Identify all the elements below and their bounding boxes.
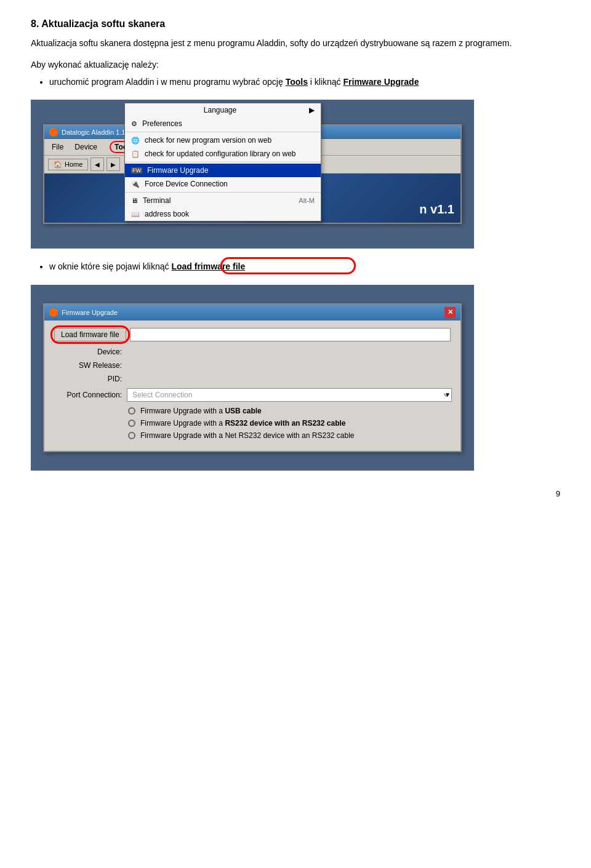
dropdown-preferences[interactable]: ⚙ Preferences: [125, 117, 321, 130]
terminal-icon: 🖥: [131, 197, 138, 204]
firmware-icon: FW: [131, 167, 142, 173]
version-text: n v1.1: [419, 202, 454, 217]
aladdin-content-area: D n v1.1 Language ▶ ⚙ Preferences 🌐 chec…: [44, 173, 460, 223]
config-icon: 📋: [131, 150, 140, 158]
arrow-icon: ▶: [309, 106, 315, 114]
dropdown-address-book[interactable]: 📖 address book: [125, 207, 321, 221]
dropdown-label: Preferences: [142, 119, 182, 128]
instructions-list: uruchomić program Aladdin i w menu progr…: [49, 75, 560, 89]
radio-usb-dot[interactable]: [128, 407, 135, 415]
tools-dropdown: Language ▶ ⚙ Preferences 🌐 check for new…: [124, 103, 321, 221]
separator-1: [125, 132, 321, 132]
home-button[interactable]: 🏠 Home: [48, 159, 88, 170]
dropdown-firmware-upgrade[interactable]: FW Firmware Upgrade: [125, 164, 321, 177]
firmware-upgrade-label: Frimware Upgrade: [344, 77, 419, 87]
toolbar-btn-2[interactable]: ▶: [107, 157, 120, 171]
book-icon: 📖: [131, 210, 140, 218]
dropdown-check-version[interactable]: 🌐 check for new program version on web: [125, 133, 321, 147]
dropdown-label: Force Device Connection: [145, 180, 228, 188]
fw-body: Load firmware file Device: SW Release: P…: [44, 321, 460, 451]
radio-usb-text: Firmware Upgrade with a USB cable: [140, 407, 262, 415]
instruction-text: Aby wykonać aktualizację należy:: [31, 58, 560, 71]
fw-device-row: Device:: [54, 348, 451, 356]
toolbar-btn-1[interactable]: ◀: [90, 157, 104, 171]
fw-load-row: Load firmware file: [54, 328, 451, 341]
dropdown-force-device[interactable]: 🔌 Force Device Connection: [125, 177, 321, 191]
dropdown-label: Language: [204, 106, 236, 114]
menu-device[interactable]: Device: [70, 141, 102, 153]
device-label: Device:: [54, 348, 122, 356]
home-label: Home: [65, 161, 82, 168]
fw-radio-usb: Firmware Upgrade with a USB cable: [54, 407, 451, 415]
aladdin-screenshot: Datalogic Aladdin 1.11.0.0 [build:151009…: [31, 100, 474, 249]
fw-port-row: Port Connection: Select Connection ▼: [54, 388, 451, 402]
fw-titlebar: Firmware Upgrade ✕: [44, 305, 460, 321]
terminal-shortcut: Alt-M: [299, 197, 315, 204]
radio-rs232-dot[interactable]: [128, 420, 135, 427]
home-icon: 🏠: [54, 161, 62, 169]
fw-close-button[interactable]: ✕: [444, 307, 456, 318]
fw-window-title: Firmware Upgrade: [62, 309, 118, 316]
bullet1-prefix: uruchomić program Aladdin i w menu progr…: [49, 77, 286, 87]
dropdown-label: Terminal: [143, 196, 171, 205]
dropdown-check-config[interactable]: 📋 check for updated configuration librar…: [125, 147, 321, 161]
load-firmware-button[interactable]: Load firmware file: [54, 328, 126, 341]
fw-radio-net-rs232: Firmware Upgrade with a Net RS232 device…: [54, 431, 451, 440]
pid-label: PID:: [54, 375, 122, 383]
dropdown-language[interactable]: Language ▶: [125, 103, 321, 117]
load-button-wrapper: Load firmware file: [54, 328, 126, 341]
bullet2-prefix: w oknie które się pojawi kliknąć: [49, 261, 171, 271]
dropdown-label: check for updated configuration library …: [145, 149, 296, 158]
fw-window-icon: [49, 308, 58, 317]
aladdin-icon: [49, 128, 58, 137]
instruction-item-2: w oknie które się pojawi kliknąć Load fr…: [49, 260, 560, 273]
page-number: 9: [31, 489, 560, 498]
prefs-icon: ⚙: [131, 120, 137, 128]
port-label: Port Connection:: [54, 391, 122, 399]
fw-radio-rs232: Firmware Upgrade with a RS232 device wit…: [54, 419, 451, 428]
radio-net-rs232-dot[interactable]: [128, 432, 135, 439]
section-heading: 8. Aktualizacja softu skanera: [31, 18, 560, 30]
instructions-list-2: w oknie które się pojawi kliknąć Load fr…: [49, 260, 560, 273]
aladdin-window: Datalogic Aladdin 1.11.0.0 [build:151009…: [43, 124, 462, 224]
radio-rs232-text: Firmware Upgrade with a RS232 device wit…: [140, 419, 346, 428]
firmware-window: Firmware Upgrade ✕ Load firmware file De…: [43, 303, 462, 452]
firmware-screenshot: Firmware Upgrade ✕ Load firmware file De…: [31, 285, 474, 471]
intro-text: Aktualizacja softu skanera dostępna jest…: [31, 37, 560, 50]
dropdown-label: check for new program version on web: [145, 136, 271, 145]
fw-pid-row: PID:: [54, 375, 451, 383]
dropdown-terminal[interactable]: 🖥 Terminal Alt-M: [125, 194, 321, 207]
dropdown-label: Firmware Upgrade: [147, 166, 208, 175]
separator-2: [125, 162, 321, 162]
menu-file[interactable]: File: [47, 141, 68, 153]
device-icon: 🔌: [131, 180, 140, 188]
radio-net-rs232-text: Firmware Upgrade with a Net RS232 device…: [140, 431, 355, 440]
sw-release-label: SW Release:: [54, 361, 122, 370]
port-connection-select[interactable]: Select Connection: [127, 388, 452, 402]
fw-title-left: Firmware Upgrade: [49, 308, 118, 317]
bullet1-mid: i kliknąć: [308, 77, 344, 87]
dropdown-label: address book: [145, 210, 189, 218]
instruction-item-1: uruchomić program Aladdin i w menu progr…: [49, 75, 560, 89]
tools-label: Tools: [286, 77, 308, 87]
load-frimware-link: Load frimware file: [171, 261, 245, 271]
firmware-file-input[interactable]: [130, 328, 451, 341]
separator-3: [125, 192, 321, 193]
globe-icon: 🌐: [131, 137, 140, 145]
fw-sw-release-row: SW Release:: [54, 361, 451, 370]
